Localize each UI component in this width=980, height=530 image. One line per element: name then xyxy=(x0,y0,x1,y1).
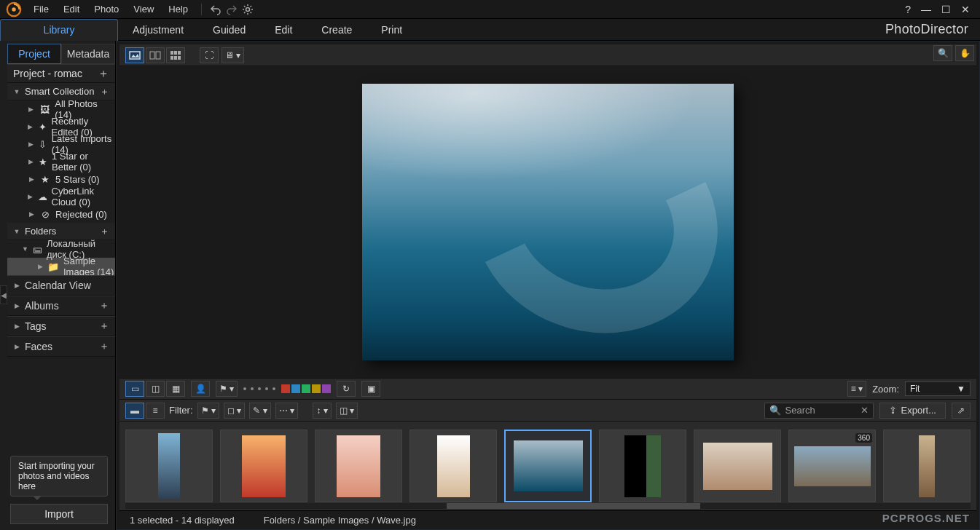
photo-viewer[interactable] xyxy=(119,66,976,378)
menu-photo[interactable]: Photo xyxy=(87,0,126,19)
mode-edit[interactable]: Edit xyxy=(260,19,307,41)
color-blue[interactable] xyxy=(291,384,300,393)
section-faces[interactable]: Faces＋ xyxy=(7,336,115,357)
thumb[interactable] xyxy=(694,430,781,502)
chevron-right-icon xyxy=(13,343,20,350)
mode-create[interactable]: Create xyxy=(307,19,366,41)
help-icon[interactable]: ? xyxy=(905,4,911,15)
redo-icon[interactable] xyxy=(224,1,240,17)
add-tag-icon[interactable]: ＋ xyxy=(99,320,109,333)
scrollbar-handle[interactable] xyxy=(447,503,700,509)
filter-label-icon[interactable]: ◻ ▾ xyxy=(224,403,245,419)
section-tags[interactable]: Tags＋ xyxy=(7,316,115,336)
layout-grid-icon[interactable]: ▦ xyxy=(166,381,185,397)
close-icon[interactable]: ✕ xyxy=(961,4,970,15)
crop-icon[interactable]: ▣ xyxy=(361,381,380,397)
undo-icon[interactable] xyxy=(208,1,224,17)
chevron-down-icon xyxy=(22,245,28,253)
section-calendar[interactable]: Calendar View xyxy=(7,275,115,296)
compare-view-icon[interactable] xyxy=(146,47,165,63)
tab-metadata[interactable]: Metadata xyxy=(61,44,115,64)
thumb[interactable]: 360 xyxy=(788,430,876,502)
layout-single-icon[interactable]: ▭ xyxy=(125,381,144,397)
menu-file[interactable]: File xyxy=(26,0,56,19)
grid-view-icon[interactable] xyxy=(166,47,185,63)
filter-edit-icon[interactable]: ✎ ▾ xyxy=(249,403,270,419)
search-input[interactable]: 🔍 Search ✕ xyxy=(764,403,874,419)
add-collection-icon[interactable]: ＋ xyxy=(100,85,109,98)
thumb-list-icon[interactable]: ≡ xyxy=(146,403,165,419)
thumb[interactable] xyxy=(315,430,402,502)
mode-tabs: Library Adjustment Guided Edit Create Pr… xyxy=(0,19,980,41)
menu-edit[interactable]: Edit xyxy=(56,0,87,19)
add-album-icon[interactable]: ＋ xyxy=(99,299,109,312)
chevron-right-icon xyxy=(28,158,34,165)
thumb[interactable] xyxy=(599,430,686,502)
pan-tool-icon[interactable]: ✋ xyxy=(955,45,974,61)
layout-split-icon[interactable]: ◫ xyxy=(146,381,165,397)
flag-icon[interactable]: ⚑ ▾ xyxy=(216,381,238,397)
mode-print[interactable]: Print xyxy=(366,19,417,41)
secondary-display-icon[interactable]: 🖥 ▾ xyxy=(222,47,244,63)
sidebar-collapse-handle[interactable]: ◀ xyxy=(0,285,7,304)
tree-cloud[interactable]: ☁CyberLink Cloud (0) xyxy=(7,188,115,205)
face-tag-icon[interactable]: 👤 xyxy=(191,381,210,397)
sort-icon[interactable]: ≡ ▾ xyxy=(847,381,866,397)
color-purple[interactable] xyxy=(322,384,331,393)
filmstrip[interactable]: 360 xyxy=(119,422,976,510)
svg-rect-3 xyxy=(130,52,140,59)
fullscreen-icon[interactable]: ⛶ xyxy=(200,47,219,63)
menu-view[interactable]: View xyxy=(126,0,161,19)
thumb-selected[interactable] xyxy=(504,430,592,502)
share-icon[interactable]: ⇗ xyxy=(952,403,971,419)
filmstrip-toolbar: ▬ ≡ Filter: ⚑ ▾ ◻ ▾ ✎ ▾ ⋯ ▾ ↕ ▾ ◫ ▾ 🔍 Se… xyxy=(119,400,976,422)
color-yellow[interactable] xyxy=(312,384,321,393)
chevron-right-icon xyxy=(28,106,35,113)
filter-flag-icon[interactable]: ⚑ ▾ xyxy=(197,403,219,419)
export-button[interactable]: ⇪Export... xyxy=(879,403,946,419)
path-status: Folders / Sample Images / Wave.jpg xyxy=(264,515,416,526)
filmstrip-scrollbar[interactable] xyxy=(125,503,971,509)
star-rating[interactable] xyxy=(243,387,275,390)
zoom-select[interactable]: Fit▼ xyxy=(905,381,971,396)
chevron-right-icon xyxy=(28,193,34,200)
sidebar-tabs: Project Metadata xyxy=(7,44,115,64)
tree-rejected[interactable]: ⊘Rejected (0) xyxy=(7,205,115,223)
main-area: ⛶ 🖥 ▾ 🔍 ✋ ▭ ◫ ▦ 👤 ⚑ ▾ xyxy=(116,41,980,530)
sort-order-icon[interactable]: ↕ ▾ xyxy=(313,403,332,419)
svg-rect-5 xyxy=(150,52,154,59)
zoom-value: Fit xyxy=(910,384,920,394)
mode-guided[interactable]: Guided xyxy=(198,19,260,41)
tree-one-star[interactable]: ★1 Star or Better (0) xyxy=(7,153,115,170)
thumb[interactable] xyxy=(409,430,497,502)
thumb[interactable] xyxy=(883,430,971,502)
thumb[interactable] xyxy=(220,430,307,502)
single-view-icon[interactable] xyxy=(125,47,144,63)
mode-library[interactable]: Library xyxy=(0,19,118,41)
filter-more-icon[interactable]: ⋯ ▾ xyxy=(275,403,298,419)
import-button[interactable]: Import xyxy=(10,504,108,524)
mode-adjustment[interactable]: Adjustment xyxy=(118,19,198,41)
thumb-large-icon[interactable]: ▬ xyxy=(125,403,144,419)
separator xyxy=(201,4,202,15)
stack-icon[interactable]: ◫ ▾ xyxy=(336,403,358,419)
folder-sample-images[interactable]: 📁 Sample Images (14) xyxy=(7,258,115,275)
settings-icon[interactable] xyxy=(240,1,256,17)
color-red[interactable] xyxy=(281,384,290,393)
maximize-icon[interactable]: ☐ xyxy=(941,4,951,15)
add-folder-icon[interactable]: ＋ xyxy=(100,225,109,238)
thumb[interactable] xyxy=(125,430,213,502)
clear-search-icon[interactable]: ✕ xyxy=(861,405,869,416)
color-green[interactable] xyxy=(302,384,310,393)
add-project-icon[interactable]: ＋ xyxy=(98,66,109,82)
minimize-icon[interactable]: — xyxy=(921,4,931,15)
add-face-icon[interactable]: ＋ xyxy=(99,340,109,353)
chevron-right-icon xyxy=(28,141,34,148)
chevron-right-icon xyxy=(28,210,35,218)
menu-help[interactable]: Help xyxy=(161,0,195,19)
rotate-icon[interactable]: ↻ xyxy=(337,381,356,397)
zoom-tool-icon[interactable]: 🔍 xyxy=(933,45,952,61)
selection-status: 1 selected - 14 displayed xyxy=(130,515,235,526)
tab-project[interactable]: Project xyxy=(7,44,61,64)
section-albums[interactable]: Albums＋ xyxy=(7,296,115,316)
